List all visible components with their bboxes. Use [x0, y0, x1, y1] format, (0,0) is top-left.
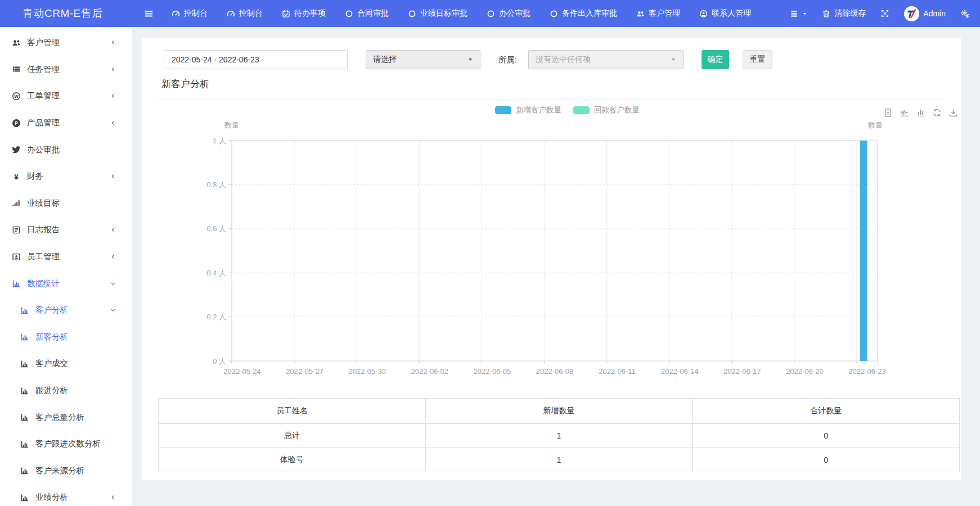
svg-text:2022-06-17: 2022-06-17	[723, 367, 761, 376]
sidebar-item-label: 工单管理	[27, 91, 60, 101]
table-cell: 总计	[159, 424, 426, 448]
nav-item-customer-management[interactable]: 客户管理	[636, 8, 680, 19]
settings-gears-icon[interactable]	[960, 9, 970, 19]
sidebar-item-label: 客户分析	[35, 305, 68, 315]
sidebar-item-label: 客户成交	[35, 358, 68, 369]
table-body: 总计10体验号10	[159, 424, 960, 472]
sidebar-item-employee-management[interactable]: 员工管理	[0, 243, 132, 270]
sidebar-item-work-order-management[interactable]: W工单管理	[0, 83, 132, 110]
fullscreen-icon[interactable]	[880, 9, 889, 18]
nav-item-label: 办公审批	[499, 8, 531, 19]
section-divider	[158, 100, 945, 100]
sidebar: 客户管理任务管理W工单管理P产品管理办公审批¥财务业绩目标日志报告员工管理数据统…	[0, 27, 132, 506]
circle-icon	[550, 10, 558, 18]
sidebar-item-new-customer-analysis[interactable]: 新客分析	[0, 324, 132, 351]
sidebar-item-task-management[interactable]: 任务管理	[0, 56, 132, 83]
clear-cache-label: 清除缓存	[834, 8, 866, 19]
svg-text:P: P	[15, 120, 18, 126]
journal-icon	[11, 225, 22, 234]
sidebar-item-label: 跟进分析	[35, 385, 68, 396]
sidebar-item-performance-target[interactable]: 业绩目标	[0, 190, 132, 217]
sidebar-item-label: 客户管理	[27, 37, 60, 48]
sidebar-item-label: 客户来源分析	[35, 466, 84, 476]
sidebar-item-label: 客户总量分析	[35, 412, 84, 423]
user-circle-icon	[699, 10, 708, 18]
type-select[interactable]: 请选择	[366, 50, 480, 69]
chart-toolbox	[883, 108, 958, 118]
table-row: 体验号10	[159, 448, 960, 472]
svg-text:0 人: 0 人	[213, 357, 226, 365]
table-row: 总计10	[159, 424, 960, 448]
sidebar-item-customer-total-analysis[interactable]: 客户总量分析	[0, 404, 132, 431]
chart-legend: 新增客户数量回款客户数量	[495, 105, 640, 115]
toolbox-restore-icon[interactable]	[932, 108, 942, 118]
sidebar-item-finance[interactable]: ¥财务	[0, 163, 132, 190]
circle-icon	[487, 10, 495, 18]
nav-item-console-2[interactable]: 控制台	[227, 8, 263, 19]
owner-select[interactable]: 没有选中任何项	[528, 50, 684, 69]
sidebar-item-label: 任务管理	[27, 64, 60, 75]
sidebar-item-data-statistics[interactable]: 数据统计	[0, 270, 132, 297]
svg-text:2022-05-24: 2022-05-24	[223, 367, 261, 376]
circle-icon	[345, 10, 353, 18]
users-icon	[636, 10, 645, 18]
nav-item-label: 待办事项	[294, 8, 326, 19]
confirm-button[interactable]: 确定	[702, 50, 729, 69]
hamburger-icon[interactable]	[144, 9, 154, 19]
nav-item-todo-items[interactable]: 待办事项	[282, 8, 326, 19]
caret-down-icon	[671, 57, 676, 62]
svg-text:2022-06-23: 2022-06-23	[848, 367, 886, 376]
sidebar-item-customer-source-analysis[interactable]: 客户来源分析	[0, 458, 132, 485]
sidebar-item-customer-deal-analysis[interactable]: 客户成交	[0, 350, 132, 377]
sidebar-item-product-management[interactable]: P产品管理	[0, 110, 132, 137]
nav-items: 控制台控制台待办事项合同审批业绩目标审批办公审批备件出入库审批客户管理联系人管理	[172, 8, 751, 19]
toolbox-data-view-icon[interactable]	[883, 108, 893, 118]
chevron-left-icon	[107, 66, 119, 73]
toolbox-save-image-icon[interactable]	[948, 108, 958, 118]
chart-icon	[19, 440, 30, 449]
caret-down-icon	[802, 11, 807, 16]
svg-text:2022-05-30: 2022-05-30	[348, 367, 386, 376]
table-column-header: 合计数量	[693, 399, 960, 424]
crm-app: 青动CRM-E售后 控制台控制台待办事项合同审批业绩目标审批办公审批备件出入库审…	[0, 0, 980, 506]
sidebar-item-customer-management[interactable]: 客户管理	[0, 29, 132, 56]
nav-item-spare-parts-inout-approval[interactable]: 备件出入库审批	[550, 8, 617, 19]
sidebar-item-customer-analysis[interactable]: 客户分析	[0, 297, 132, 324]
nav-list-dropdown[interactable]	[790, 10, 807, 18]
sidebar-item-office-approval[interactable]: 办公审批	[0, 136, 132, 163]
table-cell: 0	[693, 424, 960, 448]
sidebar-item-log-report[interactable]: 日志报告	[0, 216, 132, 243]
svg-text:2022-06-11: 2022-06-11	[599, 367, 636, 376]
nav-item-console-1[interactable]: 控制台	[172, 8, 208, 19]
type-select-value: 请选择	[373, 55, 397, 65]
gauge-icon	[227, 10, 235, 18]
nav-item-contract-approval[interactable]: 合同审批	[345, 8, 389, 19]
chart-canvas[interactable]: 0 人0.2 人0.4 人0.6 人0.8 人1 人2022-05-242022…	[142, 128, 961, 384]
date-range-input[interactable]	[164, 50, 348, 69]
brand-logo[interactable]: 青动CRM-E售后	[0, 6, 138, 21]
sidebar-item-performance-analysis[interactable]: 业绩分析	[0, 484, 132, 506]
reset-button[interactable]: 重置	[743, 50, 772, 69]
nav-item-label: 联系人管理	[712, 8, 751, 19]
nav-item-performance-target-approval[interactable]: 业绩目标审批	[408, 8, 467, 19]
nav-item-contact-management[interactable]: 联系人管理	[699, 8, 751, 19]
svg-text:2022-06-05: 2022-06-05	[474, 367, 511, 376]
chart-bar[interactable]	[860, 141, 867, 361]
sidebar-item-customer-follow-up-count-analysis[interactable]: 客户跟进次数分析	[0, 431, 132, 458]
sidebar-item-follow-up-analysis[interactable]: 跟进分析	[0, 377, 132, 404]
sidebar-item-label: 日志报告	[27, 224, 60, 235]
nav-item-office-approval[interactable]: 办公审批	[487, 8, 531, 19]
toolbox-line-chart-icon[interactable]	[900, 108, 909, 118]
chart-icon	[19, 413, 30, 422]
legend-item-0[interactable]: 新增客户数量	[495, 105, 561, 115]
nav-item-label: 合同审批	[357, 8, 389, 19]
sidebar-item-label: 财务	[27, 171, 43, 182]
chart-icon	[19, 386, 30, 395]
toolbox-bar-chart-icon[interactable]	[916, 108, 925, 118]
legend-item-1[interactable]: 回款客户数量	[573, 105, 640, 115]
table-header: 员工姓名新增数量合计数量	[159, 399, 960, 424]
nav-right: 清除缓存 Admin	[790, 6, 980, 21]
clear-cache-button[interactable]: 清除缓存	[822, 8, 866, 19]
user-menu[interactable]: Admin	[904, 6, 946, 21]
content-panel: 请选择 所属: 没有选中任何项 确定 重置 新客户分析 新增客户数量回款客户数量…	[142, 38, 961, 480]
